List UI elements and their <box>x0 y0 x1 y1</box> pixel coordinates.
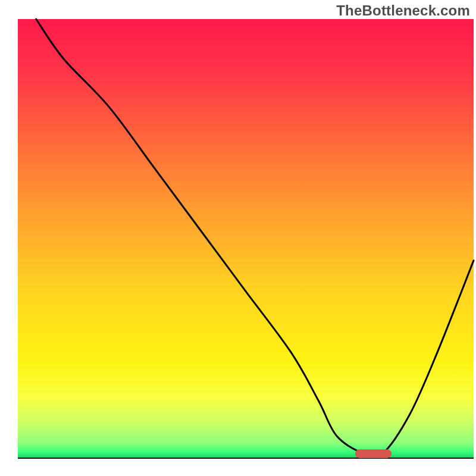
plot-area <box>18 19 474 458</box>
watermark: TheBottleneck.com <box>336 2 470 19</box>
gradient-background <box>18 19 474 458</box>
bottleneck-chart <box>0 0 476 476</box>
optimal-marker <box>355 449 392 458</box>
chart-container: TheBottleneck.com <box>0 0 476 476</box>
